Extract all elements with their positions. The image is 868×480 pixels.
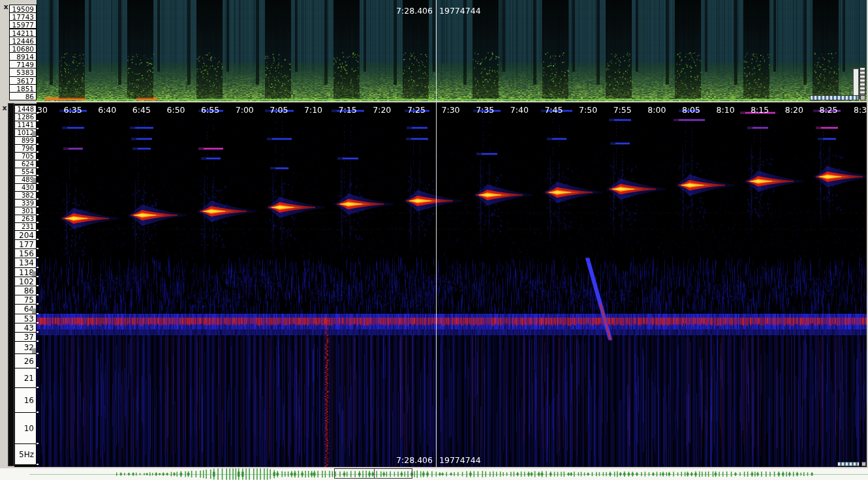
tick-mark bbox=[37, 294, 39, 295]
cursor-frame-label: 19774744 bbox=[439, 455, 481, 465]
freq-label: 16 bbox=[14, 387, 37, 413]
playback-cursor-line bbox=[436, 0, 437, 101]
selection-box[interactable] bbox=[334, 468, 412, 479]
tick-mark bbox=[37, 222, 39, 223]
top-spectrogram-pane: x 19509177431597714211124461068089147149… bbox=[0, 0, 868, 101]
freq-label: 53 bbox=[14, 314, 37, 323]
freq-label: 8914 bbox=[9, 52, 37, 61]
playback-cursor-line bbox=[436, 102, 437, 467]
tick-mark bbox=[37, 190, 39, 192]
tick-mark-major bbox=[32, 308, 36, 314]
selection-split-handle[interactable] bbox=[374, 469, 375, 478]
freq-label: 156 bbox=[14, 248, 37, 258]
tick-mark bbox=[37, 120, 39, 121]
tick-mark bbox=[37, 239, 39, 240]
tick-mark bbox=[37, 143, 39, 145]
tick-mark bbox=[37, 340, 39, 342]
tick-mark bbox=[37, 464, 39, 465]
cursor-frame-label: 19774744 bbox=[439, 6, 481, 16]
freq-label: 37 bbox=[14, 332, 37, 342]
tick-mark bbox=[37, 412, 39, 413]
freq-label: 1851 bbox=[9, 84, 37, 93]
tick-mark-major bbox=[32, 271, 36, 277]
freq-label: 10680 bbox=[9, 44, 37, 53]
tick-mark bbox=[37, 285, 39, 286]
cursor-time-label: 7:28.406 bbox=[387, 455, 433, 465]
tick-mark bbox=[37, 267, 39, 268]
freq-label: 7149 bbox=[9, 60, 37, 68]
tick-mark bbox=[37, 257, 39, 258]
tick-mark-major bbox=[32, 131, 36, 136]
freq-label: 43 bbox=[14, 323, 37, 333]
freq-label: 86 bbox=[14, 286, 37, 295]
tick-mark bbox=[37, 214, 39, 215]
tick-mark bbox=[37, 303, 39, 305]
freq-label: 102 bbox=[14, 277, 37, 286]
tick-mark bbox=[37, 206, 39, 207]
tick-mark bbox=[37, 183, 39, 184]
tick-mark bbox=[37, 159, 39, 160]
waveform-overview-strip bbox=[0, 468, 868, 480]
freq-label: 17743 bbox=[9, 12, 37, 21]
freq-label: 86 bbox=[9, 92, 37, 100]
freq-label: 75 bbox=[14, 295, 37, 305]
tick-mark bbox=[37, 331, 39, 333]
tick-mark bbox=[37, 443, 39, 444]
tick-mark bbox=[37, 322, 39, 323]
tick-mark bbox=[37, 198, 39, 200]
bottom-spectrogram-canvas[interactable] bbox=[37, 102, 868, 467]
tick-mark bbox=[37, 128, 39, 129]
freq-label: 5Hz bbox=[14, 443, 37, 465]
bottom-spectrogram-pane: 6:306:356:406:456:506:557:007:057:107:15… bbox=[0, 102, 868, 467]
tick-mark bbox=[37, 248, 39, 249]
tick-mark bbox=[37, 230, 39, 231]
freq-label: 12446 bbox=[9, 37, 37, 45]
tick-mark bbox=[37, 353, 39, 354]
freq-label: 177 bbox=[14, 239, 37, 249]
horizontal-zoom-thumbwheel[interactable] bbox=[810, 95, 859, 100]
tick-mark bbox=[37, 136, 39, 137]
freq-label: 21 bbox=[14, 368, 37, 388]
tick-mark bbox=[37, 151, 39, 153]
freq-label: 10 bbox=[14, 412, 37, 444]
freq-label: 26 bbox=[14, 353, 37, 368]
freq-label: 134 bbox=[14, 258, 37, 268]
tick-mark bbox=[37, 167, 39, 168]
vertical-scroll-slider[interactable] bbox=[853, 68, 859, 99]
tick-mark-major bbox=[32, 178, 36, 183]
vertical-scrollbar-strip[interactable] bbox=[8, 103, 14, 466]
spectrogram-viewer-window: x 19509177431597714211124461068089147149… bbox=[0, 0, 868, 480]
cursor-time-label: 7:28.406 bbox=[387, 6, 433, 16]
tick-mark bbox=[37, 276, 39, 277]
tick-mark bbox=[37, 313, 39, 314]
freq-label: 204 bbox=[14, 230, 37, 240]
tick-mark bbox=[37, 175, 39, 176]
tick-mark bbox=[37, 387, 39, 388]
freq-label: 15977 bbox=[9, 20, 37, 29]
vertical-zoom-thumbwheel[interactable] bbox=[860, 67, 865, 99]
bottom-frequency-scale[interactable]: 1448128611411012899796705624554489430382… bbox=[14, 102, 37, 467]
zoom-reset-button[interactable] bbox=[860, 95, 865, 100]
waveform-overview-canvas[interactable] bbox=[0, 468, 868, 480]
horizontal-zoom-thumbwheel[interactable] bbox=[837, 462, 860, 466]
freq-label: 14211 bbox=[9, 29, 37, 37]
tick-mark bbox=[37, 367, 39, 368]
freq-label: 3617 bbox=[9, 76, 37, 85]
top-frequency-scale[interactable]: 1950917743159771421112446106808914714953… bbox=[9, 5, 37, 100]
tick-mark-major bbox=[32, 348, 36, 353]
zoom-reset-button[interactable] bbox=[861, 462, 866, 466]
tick-mark bbox=[37, 112, 39, 113]
